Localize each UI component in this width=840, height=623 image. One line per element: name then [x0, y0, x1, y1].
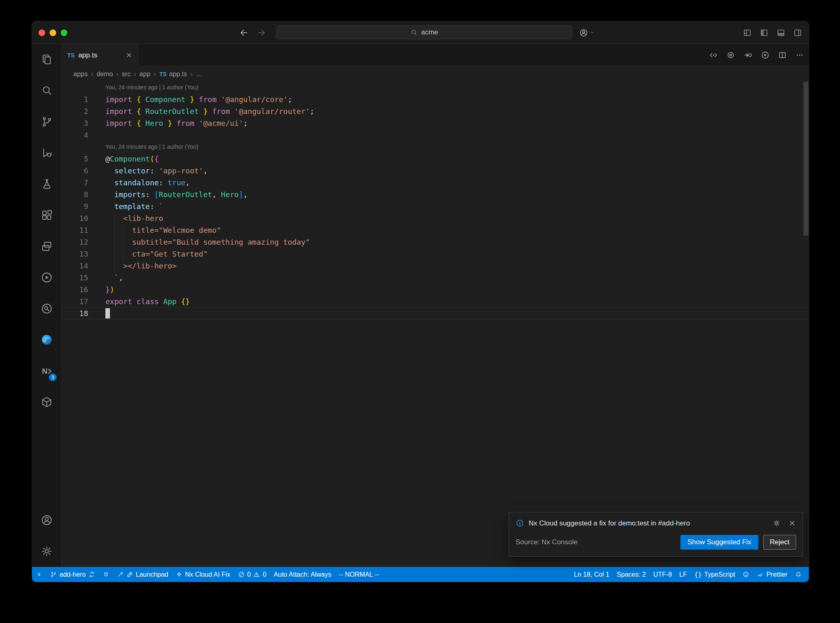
activity-package-explorer[interactable]: [32, 387, 62, 418]
status-feedback[interactable]: [739, 567, 753, 582]
search-value: acme: [421, 28, 438, 36]
status-eol[interactable]: LF: [676, 567, 691, 582]
code-line[interactable]: 10 <lib-hero: [62, 212, 809, 224]
breadcrumb-label: src: [122, 70, 130, 78]
activity-extensions[interactable]: [32, 200, 62, 231]
activity-accounts[interactable]: [32, 505, 62, 536]
line-number: 17: [62, 296, 105, 307]
account-menu[interactable]: [579, 21, 595, 44]
status-formatter[interactable]: Prettier: [753, 567, 791, 582]
code-line[interactable]: 2import { RouterOutlet } from '@angular/…: [62, 105, 809, 117]
toggle-sidebar-button[interactable]: [760, 28, 769, 37]
activity-run-and-debug[interactable]: [32, 137, 62, 168]
activity-windows[interactable]: [32, 231, 62, 262]
scrollbar-thumb[interactable]: [803, 82, 808, 236]
plug-icon: [103, 571, 110, 578]
code-line[interactable]: 1import { Component } from '@angular/cor…: [62, 93, 809, 105]
code-line[interactable]: 6 selector: 'app-root',: [62, 165, 809, 177]
code-text: import { Component } from '@angular/core…: [105, 93, 809, 105]
code-line[interactable]: 14 ></lib-hero>: [62, 260, 809, 272]
status-notifications-bell[interactable]: [791, 567, 806, 582]
close-window-button[interactable]: [39, 30, 45, 36]
status-vim-mode[interactable]: -- NORMAL --: [335, 567, 383, 582]
breadcrumb-item-apps[interactable]: apps: [73, 70, 88, 78]
activity-testing[interactable]: [32, 168, 62, 200]
status-count: 0: [247, 571, 251, 578]
activity-explorer[interactable]: [32, 44, 62, 75]
split-editor-button[interactable]: [778, 51, 787, 59]
status-encoding[interactable]: UTF-8: [650, 567, 676, 582]
breadcrumb-item-src[interactable]: src: [122, 70, 130, 78]
code-text: import { Hero } from '@acme/ui';: [105, 117, 809, 129]
open-changes-button[interactable]: [709, 51, 718, 59]
breadcrumb-item-[interactable]: …: [196, 70, 203, 78]
command-center-search[interactable]: acme: [276, 25, 572, 39]
activity-search[interactable]: [32, 75, 62, 106]
zoom-window-button[interactable]: [61, 30, 67, 36]
status-cursor-position[interactable]: Ln 18, Col 1: [570, 567, 613, 582]
code-line[interactable]: 15 `,: [62, 272, 809, 284]
blame-text: You, 24 minutes ago | 1 author (You): [105, 82, 809, 93]
reject-button[interactable]: Reject: [763, 535, 796, 550]
indent-guide: [114, 212, 115, 224]
more-actions-button[interactable]: [795, 51, 804, 59]
line-number: [62, 82, 105, 93]
status-launchpad[interactable]: Launchpad: [113, 567, 172, 582]
status-indentation[interactable]: Spaces: 2: [613, 567, 650, 582]
gear-icon: [41, 545, 53, 557]
close-tab-button[interactable]: [126, 52, 132, 59]
breadcrumb-item-appts[interactable]: TSapp.ts: [159, 70, 187, 78]
status-label: Ln 18, Col 1: [574, 571, 609, 578]
status-problems[interactable]: 00: [234, 567, 270, 582]
status-auto-attach[interactable]: Auto Attach: Always: [270, 567, 335, 582]
code-line[interactable]: 18: [62, 307, 809, 319]
code-line[interactable]: 7 standalone: true,: [62, 177, 809, 189]
notification-settings-button[interactable]: [773, 519, 781, 527]
run-file-button[interactable]: [761, 51, 769, 59]
activity-settings[interactable]: [32, 536, 62, 567]
editor[interactable]: You, 24 minutes ago | 1 author (You)1imp…: [62, 82, 809, 567]
status-tunnel[interactable]: [99, 567, 113, 582]
bell-icon: [795, 571, 802, 578]
activity-code-inspect[interactable]: [32, 293, 62, 324]
code-line[interactable]: 16}): [62, 284, 809, 296]
status-git-branch[interactable]: add-hero: [46, 567, 99, 582]
status-language-mode[interactable]: {}TypeScript: [691, 567, 739, 582]
activity-source-control[interactable]: [32, 106, 62, 137]
statusbar-left: add-heroLaunchpadNx Cloud AI Fix00Auto A…: [32, 567, 383, 582]
code-line[interactable]: 4: [62, 129, 809, 141]
minimize-window-button[interactable]: [50, 30, 56, 36]
sync-icon: [88, 571, 95, 578]
go-back-button[interactable]: [239, 28, 249, 38]
status-remote-indicator[interactable]: [32, 567, 46, 582]
run-to-button[interactable]: [744, 51, 752, 59]
code-line[interactable]: 5@Component({: [62, 153, 809, 165]
activity-edge-browser[interactable]: [32, 324, 62, 355]
code-line[interactable]: 11 title="Welcmoe demo": [62, 224, 809, 236]
breadcrumb-item-demo[interactable]: demo: [96, 70, 113, 78]
code-line[interactable]: 3import { Hero } from '@acme/ui';: [62, 117, 809, 129]
code-line[interactable]: 8 imports: [RouterOutlet, Hero],: [62, 189, 809, 200]
notification-close-button[interactable]: [788, 519, 796, 527]
editor-cursor: [105, 308, 110, 318]
indent-guide: [114, 248, 115, 260]
code-line[interactable]: 9 template: `: [62, 200, 809, 212]
status-nx-cloud-ai-fix[interactable]: Nx Cloud AI Fix: [172, 567, 234, 582]
activity-run-target[interactable]: [32, 262, 62, 293]
code-line[interactable]: 13 cta="Get Started": [62, 248, 809, 260]
activity-nx-console[interactable]: N3: [32, 355, 62, 387]
status-label: LF: [679, 571, 687, 578]
indent-guide: [123, 236, 123, 248]
code-line[interactable]: 12 subtitle="Build something amazing tod…: [62, 236, 809, 248]
files-icon: [41, 53, 53, 66]
show-suggested-fix-button[interactable]: Show Suggested Fix: [680, 535, 758, 550]
code-line[interactable]: 17export class App {}: [62, 296, 809, 307]
breadcrumb-item-app[interactable]: app: [139, 70, 151, 78]
customize-layout-button[interactable]: [743, 28, 752, 37]
target-button[interactable]: [726, 51, 735, 59]
toggle-panel-button[interactable]: [776, 28, 785, 37]
go-forward-button[interactable]: [256, 28, 266, 38]
tab-app-ts[interactable]: TS app.ts: [62, 44, 139, 66]
line-number: 3: [62, 117, 105, 129]
toggle-secondary-sidebar-button[interactable]: [793, 28, 802, 37]
